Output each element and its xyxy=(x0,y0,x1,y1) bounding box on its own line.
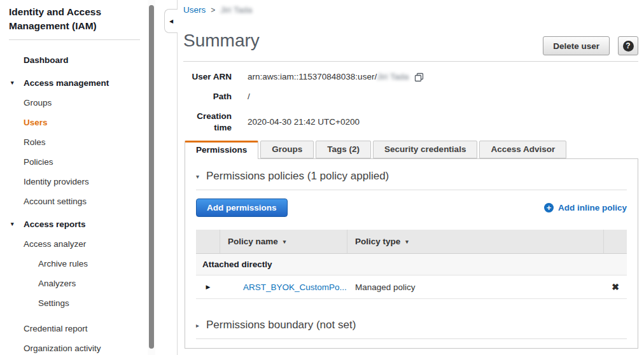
section-divider xyxy=(196,190,627,190)
sidebar-item-users[interactable]: Users xyxy=(0,113,148,132)
policy-actions-row: Add permissions + Add inline policy xyxy=(196,198,627,217)
policy-name-column-header[interactable]: Policy name ▾ xyxy=(220,230,347,253)
sidebar-item-roles[interactable]: Roles xyxy=(0,132,148,152)
attached-directly-group-row: Attached directly xyxy=(196,254,627,275)
section-divider xyxy=(196,338,627,339)
sidebar-item-access-analyzer[interactable]: Access analyzer xyxy=(0,234,148,254)
tab-bar: Permissions Groups Tags (2) Security cre… xyxy=(185,141,568,159)
page-title: Summary xyxy=(183,31,260,51)
add-inline-policy-link[interactable]: + Add inline policy xyxy=(544,203,627,212)
tab-permissions[interactable]: Permissions xyxy=(185,141,258,159)
policy-type-cell: Managed policy xyxy=(347,282,604,292)
policy-name-link[interactable]: ARST_BYOK_CustomPo... xyxy=(243,282,347,292)
permissions-policies-title: Permissions policies (1 policy applied) xyxy=(206,170,389,183)
permissions-boundary-section: ▸ Permissions boundary (not set) xyxy=(196,319,627,339)
caret-down-icon: ▾ xyxy=(196,173,199,180)
remove-policy-button[interactable]: ✖ xyxy=(604,282,627,292)
caret-right-icon: ▸ xyxy=(196,322,199,329)
sidebar: Identity and Access Management (IAM) Das… xyxy=(0,0,148,355)
help-button[interactable]: ? xyxy=(618,36,638,55)
sidebar-item-analyzers[interactable]: Analyzers xyxy=(0,274,148,293)
policy-type-column-header[interactable]: Policy type ▾ xyxy=(347,230,604,253)
sort-caret-icon: ▾ xyxy=(283,239,286,245)
user-details: User ARN arn:aws:iam::115370848038:user/… xyxy=(178,71,424,142)
user-arn-value: arn:aws:iam::115370848038:user/Jiri Tada xyxy=(248,71,424,83)
path-row: Path / xyxy=(178,91,424,102)
tab-access-advisor[interactable]: Access Advisor xyxy=(479,141,566,158)
policies-table: Policy name ▾ Policy type ▾ Attached dir… xyxy=(196,230,627,299)
sidebar-scrollbar-thumb[interactable] xyxy=(149,5,154,349)
sidebar-item-identity-providers[interactable]: Identity providers xyxy=(0,172,148,191)
triangle-right-icon: ▶ xyxy=(206,284,211,290)
permissions-boundary-section-header[interactable]: ▸ Permissions boundary (not set) xyxy=(196,319,627,331)
expand-column-header xyxy=(196,230,220,253)
expand-policy-button[interactable]: ▶ xyxy=(196,284,220,290)
breadcrumb-redacted-user-name: Jiri Tada xyxy=(220,5,252,15)
permissions-panel: ▾ Permissions policies (1 policy applied… xyxy=(185,158,638,349)
creation-time-value: 2020-04-30 21:42 UTC+0200 xyxy=(248,111,360,134)
caret-down-icon: ▾ xyxy=(11,214,14,234)
sidebar-nav: Dashboard ▾Access management Groups User… xyxy=(0,50,148,355)
arn-redacted-user-name: Jiri Tada xyxy=(377,71,409,83)
policy-name-cell: ARST_BYOK_CustomPo... xyxy=(220,282,347,292)
x-icon: ✖ xyxy=(612,282,619,292)
path-value: / xyxy=(248,91,250,102)
breadcrumb-users-link[interactable]: Users xyxy=(183,5,206,15)
collapse-sidebar-button[interactable]: ◀ xyxy=(164,9,178,33)
sidebar-item-settings[interactable]: Settings xyxy=(0,293,148,313)
permissions-boundary-title: Permissions boundary (not set) xyxy=(206,319,356,331)
chevron-left-icon: ◀ xyxy=(169,18,173,24)
add-permissions-button[interactable]: Add permissions xyxy=(196,198,288,217)
creation-time-label: Creation time xyxy=(178,111,232,134)
nav-content-divider xyxy=(177,0,178,355)
sidebar-item-groups[interactable]: Groups xyxy=(0,93,148,113)
breadcrumb-separator: > xyxy=(211,6,215,15)
copy-icon[interactable] xyxy=(414,73,424,82)
sidebar-item-account-settings[interactable]: Account settings xyxy=(0,191,148,211)
header-divider xyxy=(183,61,638,62)
tab-groups[interactable]: Groups xyxy=(260,141,314,158)
sidebar-item-organization-activity[interactable]: Organization activity xyxy=(0,338,148,355)
tab-tags[interactable]: Tags (2) xyxy=(316,141,371,158)
permissions-policies-section-header[interactable]: ▾ Permissions policies (1 policy applied… xyxy=(196,170,627,183)
sidebar-title: Identity and Access Management (IAM) xyxy=(9,5,139,32)
policy-table-row: ▶ ARST_BYOK_CustomPo... Managed policy ✖ xyxy=(196,275,627,298)
user-arn-label: User ARN xyxy=(178,71,232,83)
tab-security-credentials[interactable]: Security credentials xyxy=(373,141,477,158)
sidebar-item-access-management[interactable]: ▾Access management xyxy=(0,73,148,93)
header-buttons: Delete user ? xyxy=(543,36,638,55)
sidebar-item-credential-report[interactable]: Credential report xyxy=(0,319,148,338)
plus-icon: + xyxy=(544,203,554,212)
breadcrumb: Users>Jiri Tada xyxy=(183,5,252,15)
caret-down-icon: ▾ xyxy=(11,73,14,93)
help-icon: ? xyxy=(623,41,634,52)
sidebar-item-access-reports[interactable]: ▾Access reports xyxy=(0,214,148,234)
sidebar-divider xyxy=(9,39,140,40)
sort-caret-icon: ▾ xyxy=(405,239,409,245)
sidebar-item-dashboard[interactable]: Dashboard xyxy=(0,50,148,70)
user-arn-row: User ARN arn:aws:iam::115370848038:user/… xyxy=(178,71,424,83)
delete-user-button[interactable]: Delete user xyxy=(543,36,610,55)
sidebar-scrollbar-track xyxy=(148,0,155,355)
path-label: Path xyxy=(178,91,232,102)
creation-time-row: Creation time 2020-04-30 21:42 UTC+0200 xyxy=(178,111,424,134)
iam-console-page: Identity and Access Management (IAM) Das… xyxy=(0,0,644,355)
policies-table-header: Policy name ▾ Policy type ▾ xyxy=(196,230,627,254)
sidebar-item-archive-rules[interactable]: Archive rules xyxy=(0,254,148,274)
sidebar-item-policies[interactable]: Policies xyxy=(0,152,148,172)
